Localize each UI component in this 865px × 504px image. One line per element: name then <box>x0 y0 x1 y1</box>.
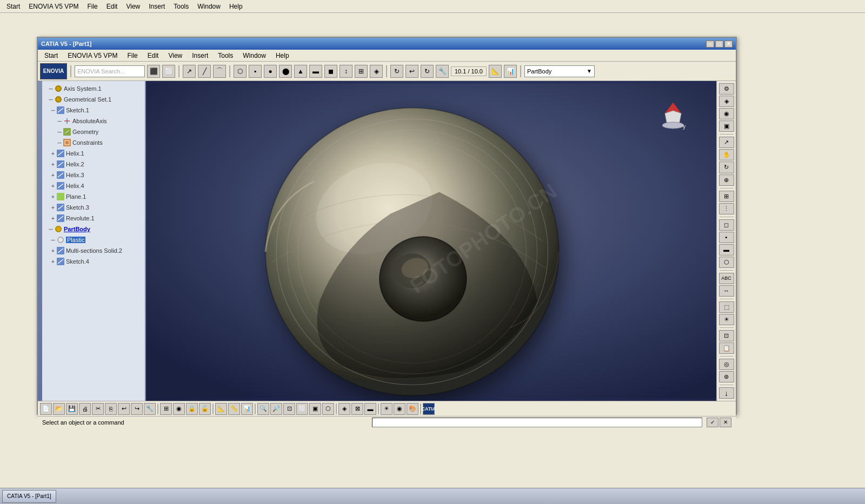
toolbar-btn-1[interactable]: ⬛ <box>147 65 160 78</box>
menu-tools[interactable]: Tools <box>214 51 237 61</box>
tree-item-geom-set[interactable]: ─ Geometrical Set.1 <box>46 94 145 105</box>
bottom-btn-front[interactable]: ▣ <box>309 403 321 415</box>
bottom-btn-edge2[interactable]: ▬ <box>364 403 376 415</box>
os-menu-edit[interactable]: Edit <box>102 2 122 11</box>
bottom-btn-print[interactable]: 🖨 <box>79 403 91 415</box>
partbody-dropdown[interactable]: PartBody ▼ <box>524 65 595 77</box>
right-btn-settings[interactable]: ⚙ <box>719 83 734 95</box>
right-btn-edge[interactable]: ▬ <box>719 244 734 256</box>
os-menu-file[interactable]: File <box>83 2 102 11</box>
right-btn-dim[interactable]: ↔ <box>719 285 734 297</box>
bottom-btn-copy2[interactable]: ⎘ <box>105 403 117 415</box>
menu-help[interactable]: Help <box>271 51 294 61</box>
right-btn-copy[interactable]: ⊡ <box>719 330 734 341</box>
bottom-btn-constraint2[interactable]: 📐 <box>215 403 227 415</box>
toolbar-btn-redo[interactable]: ↻ <box>421 65 434 78</box>
bottom-btn-measure2[interactable]: 📏 <box>228 403 240 415</box>
os-menu-view[interactable]: View <box>122 2 144 11</box>
tree-item-helix1[interactable]: + Helix.1 <box>49 148 145 159</box>
toolbar-btn-2[interactable]: ⬜ <box>162 65 175 78</box>
bottom-btn-new[interactable]: 📄 <box>40 403 52 415</box>
right-btn-shading[interactable]: ▪ <box>719 232 734 243</box>
os-menu-start[interactable]: Start <box>2 2 24 11</box>
right-btn-extra2[interactable]: ⊛ <box>719 371 734 382</box>
menu-view[interactable]: View <box>164 51 187 61</box>
menu-insert[interactable]: Insert <box>188 51 212 61</box>
catia-close-btn[interactable]: ✕ <box>724 41 733 48</box>
right-btn-view3[interactable]: ▣ <box>719 120 734 132</box>
os-menu-insert[interactable]: Insert <box>144 2 169 11</box>
statusbar-ok-btn[interactable]: ✓ <box>707 418 718 427</box>
bottom-btn-render[interactable]: 🎨 <box>407 403 418 415</box>
bottom-btn-snap3[interactable]: 🔧 <box>144 403 156 415</box>
toolbar-btn-pocket[interactable]: ◼ <box>324 65 337 78</box>
toolbar-btn-shaft[interactable]: ↕ <box>340 65 352 78</box>
right-btn-wire[interactable]: ⬡ <box>719 257 734 268</box>
os-menu-tools[interactable]: Tools <box>169 2 193 11</box>
bottom-btn-section[interactable]: ⊠ <box>351 403 363 415</box>
bottom-btn-part[interactable]: ◈ <box>338 403 350 415</box>
bottom-btn-catia[interactable]: CATIA <box>423 403 435 415</box>
right-btn-snap2[interactable]: ⋮ <box>719 203 734 214</box>
tree-item-geometry[interactable]: ─ Geometry <box>55 126 145 137</box>
tree-item-sketch1[interactable]: ─ Sketch.1 <box>49 105 145 116</box>
tree-item-axis-system[interactable]: ─ Axis System.1 <box>46 83 145 94</box>
tree-item-absolute-axis[interactable]: ─ AbsoluteAxis <box>55 116 145 126</box>
bottom-btn-fit[interactable]: ⊡ <box>283 403 295 415</box>
tree-item-multi-sections[interactable]: + Multi-sections Solid.2 <box>49 245 145 256</box>
toolbar-btn-snap[interactable]: 🔧 <box>436 65 449 78</box>
bottom-btn-cut[interactable]: ✂ <box>92 403 104 415</box>
toolbar-btn-meas[interactable]: 📐 <box>489 65 502 78</box>
menu-window[interactable]: Window <box>238 51 270 61</box>
bottom-btn-unlock[interactable]: 🔓 <box>199 403 211 415</box>
toolbar-btn-3d[interactable]: ⬡ <box>234 65 247 78</box>
bottom-btn-iso[interactable]: ⬡ <box>322 403 334 415</box>
bottom-btn-analyze[interactable]: 📊 <box>241 403 253 415</box>
right-btn-rotate[interactable]: ↻ <box>719 162 734 173</box>
right-btn-view2[interactable]: ◉ <box>719 108 734 119</box>
toolbar-btn-rib[interactable]: ◈ <box>370 65 383 78</box>
tree-item-constraints[interactable]: ─ Constraints <box>55 137 145 148</box>
right-btn-text[interactable]: ABC <box>719 273 734 284</box>
right-btn-extra1[interactable]: ◎ <box>719 359 734 370</box>
right-btn-paste[interactable]: 📋 <box>719 342 734 354</box>
statusbar-cancel-btn[interactable]: ✕ <box>720 418 731 427</box>
right-btn-bottom-arrow[interactable]: ↓ <box>719 387 734 399</box>
tree-item-plane1[interactable]: + Plane.1 <box>49 191 145 202</box>
tree-item-revolute1[interactable]: + Revolute.1 <box>49 213 145 224</box>
bottom-btn-normal[interactable]: ⬜ <box>296 403 308 415</box>
right-btn-view1[interactable]: ◈ <box>719 96 734 107</box>
bottom-btn-redo2[interactable]: ↪ <box>131 403 143 415</box>
toolbar-btn-groove[interactable]: ⊞ <box>355 65 368 78</box>
enovia-search-box[interactable]: ENOVIA Search... <box>75 65 145 77</box>
tree-item-sketch4[interactable]: + Sketch.4 <box>49 256 145 267</box>
toolbar-btn-cone[interactable]: ▲ <box>294 65 307 78</box>
tree-item-helix2[interactable]: + Helix.2 <box>49 159 145 170</box>
tree-item-helix3[interactable]: + Helix.3 <box>49 170 145 180</box>
toolbar-btn-anal[interactable]: 📊 <box>504 65 517 78</box>
right-btn-hide[interactable]: ◻ <box>719 219 734 231</box>
catia-maximize-btn[interactable]: □ <box>715 41 723 48</box>
os-menu-help[interactable]: Help <box>225 2 247 11</box>
bottom-btn-mat[interactable]: ◉ <box>394 403 405 415</box>
bottom-btn-lock[interactable]: 🔒 <box>186 403 198 415</box>
toolbar-btn-cursor[interactable]: ↗ <box>183 65 196 78</box>
menu-edit[interactable]: Edit <box>143 51 163 61</box>
tree-item-plastic[interactable]: ─ Plastic <box>49 234 145 245</box>
right-btn-cursor[interactable]: ↗ <box>719 137 734 148</box>
bottom-btn-grid2[interactable]: ⊞ <box>160 403 172 415</box>
bottom-btn-open[interactable]: 📂 <box>53 403 65 415</box>
menu-enovia[interactable]: ENOVIA V5 VPM <box>63 51 122 61</box>
tree-item-sketch3[interactable]: + Sketch.3 <box>49 202 145 213</box>
bottom-btn-light2[interactable]: ☀ <box>381 403 392 415</box>
toolbar-btn-rotate[interactable]: ↻ <box>390 65 403 78</box>
right-btn-pan[interactable]: ✋ <box>719 149 734 160</box>
right-btn-zoom[interactable]: ⊕ <box>719 174 734 186</box>
tree-item-helix4[interactable]: + Helix.4 <box>49 180 145 191</box>
bottom-btn-zoomin[interactable]: 🔍 <box>257 403 269 415</box>
menu-start[interactable]: Start <box>40 51 62 61</box>
taskbar-catia-btn[interactable]: CATIA V5 - [Part1] <box>2 490 56 503</box>
toolbar-btn-box[interactable]: ▪ <box>249 65 262 78</box>
bottom-btn-snap4[interactable]: ◉ <box>173 403 185 415</box>
toolbar-btn-cyl[interactable]: ⬤ <box>279 65 292 78</box>
